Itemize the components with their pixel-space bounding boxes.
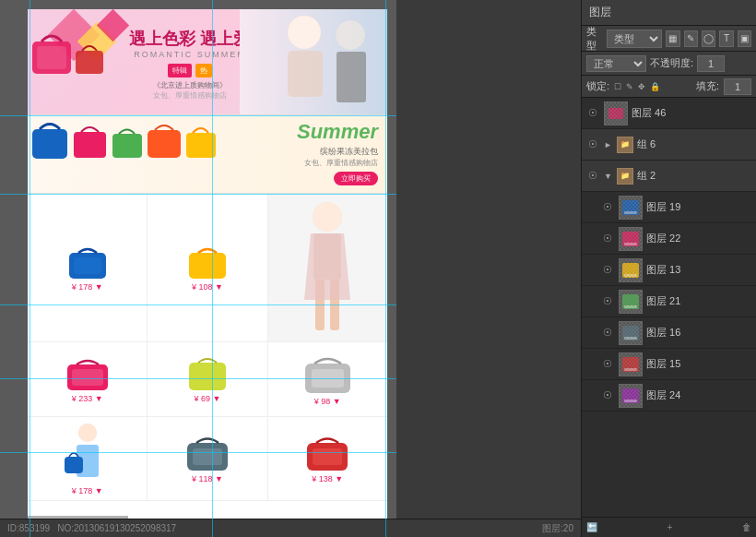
product-cell-4[interactable]: ¥ 69 ▼	[148, 342, 267, 416]
layer-item-21[interactable]: ☉ 图层 21	[582, 286, 756, 317]
filter-icon1[interactable]: ▦	[666, 30, 679, 47]
canvas-area: 遇上色彩 遇上爱 ROMANTIC SUMMER 特辑 热 《北京进上质购物间》…	[0, 0, 396, 537]
layer-name-21: 图层 21	[646, 294, 752, 308]
layer-thumb-46	[604, 101, 628, 125]
layer-item-15[interactable]: ☉ 图层 15	[582, 349, 756, 380]
visibility-icon-16[interactable]: ☉	[600, 326, 615, 340]
svg-point-8	[336, 20, 365, 50]
layer-thumb-24	[619, 384, 643, 408]
people-area	[240, 9, 387, 115]
fill-input[interactable]	[724, 78, 751, 95]
layer-item-group6[interactable]: ☉ ► 📁 组 6	[582, 129, 756, 161]
product-cell-8[interactable]: ¥ 138 ▼	[268, 417, 387, 500]
grid-row-1: ¥ 178 ▼ ¥ 108 ▼	[28, 194, 387, 342]
lock-icon-pen[interactable]: ✎	[626, 82, 633, 91]
layer-name-group2: 组 2	[637, 169, 752, 183]
filter-icon4[interactable]: T	[719, 30, 733, 47]
visibility-icon-22[interactable]: ☉	[600, 232, 615, 246]
lock-label: 锁定:	[586, 79, 609, 93]
product-bag-5	[302, 352, 353, 397]
svg-rect-25	[189, 363, 226, 390]
delete-layer-btn[interactable]: 🗑	[742, 522, 751, 532]
layer-count-label: 🔙	[586, 522, 597, 532]
product-cell-7[interactable]: ¥ 118 ▼	[148, 417, 267, 500]
banner1-title: 遇上色彩 遇上爱 ROMANTIC SUMMER 特辑 热 《北京进上质购物间》…	[129, 28, 250, 101]
filter-icon3[interactable]: ◯	[702, 30, 715, 47]
layer-name-46: 图层 46	[632, 106, 752, 120]
layer-item-group2[interactable]: ☉ ▼ 📁 组 2	[582, 161, 756, 192]
svg-point-29	[78, 424, 97, 442]
layer-thumb-21	[619, 290, 643, 314]
layer-name-group6: 组 6	[637, 137, 752, 151]
group-thumb-6: 📁	[617, 137, 633, 153]
visibility-icon-19[interactable]: ☉	[600, 200, 615, 215]
layer-thumb-15	[619, 352, 643, 376]
product-cell-6[interactable]: ¥ 178 ▼	[28, 417, 148, 500]
store-sub: 女包、厚重情感购物店	[129, 90, 250, 101]
group-arrow-6[interactable]: ►	[604, 140, 612, 149]
layer-item-46[interactable]: ☉ 图层 46	[582, 98, 756, 129]
new-layer-btn[interactable]: +	[667, 522, 673, 532]
blend-mode-select[interactable]: 正常	[586, 55, 646, 72]
product-bag-7	[183, 434, 231, 474]
product-bag-3	[65, 355, 111, 394]
svg-rect-31	[65, 457, 83, 473]
visibility-icon-group6[interactable]: ☉	[585, 137, 600, 152]
svg-point-5	[288, 16, 321, 49]
product-cell-3[interactable]: ¥ 233 ▼	[28, 342, 148, 416]
guide-line-h1	[0, 115, 396, 116]
visibility-icon-46[interactable]: ☉	[585, 106, 600, 121]
layer-item-13[interactable]: ☉ 图层 13	[582, 255, 756, 286]
layer-item-22[interactable]: ☉ 图层 22	[582, 223, 756, 255]
svg-rect-10	[74, 132, 106, 158]
price-2: ¥ 108 ▼	[192, 282, 223, 292]
svg-rect-33	[193, 448, 222, 465]
product-cell-2[interactable]: ¥ 108 ▼	[148, 194, 267, 341]
filter-icon2[interactable]: ✎	[684, 30, 698, 47]
guide-line-v3	[385, 0, 386, 537]
layer-name-13: 图层 13	[646, 263, 752, 277]
grid-row-2: ¥ 233 ▼ ¥ 69 ▼ ¥ 98 ▼	[28, 342, 387, 417]
layer-name-22: 图层 22	[646, 232, 752, 245]
guide-line-h4	[0, 378, 396, 379]
product-cell-5[interactable]: ¥ 98 ▼	[268, 342, 387, 416]
visibility-icon-group2[interactable]: ☉	[585, 169, 600, 184]
group-arrow-2[interactable]: ▼	[604, 172, 612, 181]
opacity-input[interactable]	[697, 55, 725, 72]
lock-icon-check[interactable]: ☐	[614, 82, 621, 91]
price-7: ¥ 118 ▼	[192, 474, 223, 483]
lock-icon-move[interactable]: ✥	[638, 82, 645, 91]
product-cell-1[interactable]: ¥ 178 ▼	[28, 194, 148, 341]
product-grid: ¥ 178 ▼ ¥ 108 ▼	[28, 194, 387, 501]
guide-line-h2	[0, 194, 396, 195]
svg-rect-16	[189, 253, 226, 279]
visibility-icon-21[interactable]: ☉	[600, 294, 615, 309]
price-1: ¥ 178 ▼	[72, 282, 103, 292]
layers-list[interactable]: ☉ 图层 46 ☉ ► 📁 组 6 ☉ ▼ 📁 组 2 ☉	[582, 98, 756, 517]
layer-name-19: 图层 19	[646, 200, 752, 214]
status-bar: ID:853199 NO:20130619130252098317 图层:20	[0, 519, 581, 537]
layer-item-16[interactable]: ☉ 图层 16	[582, 317, 756, 349]
svg-rect-24	[72, 369, 103, 386]
filter-icon5[interactable]: ▣	[738, 30, 751, 47]
search-type-label: 类型	[586, 25, 603, 53]
lock-icon-lock[interactable]: 🔒	[650, 82, 660, 91]
price-4: ¥ 69 ▼	[195, 394, 221, 403]
banner1: 遇上色彩 遇上爱 ROMANTIC SUMMER 特辑 热 《北京进上质购物间》…	[28, 9, 387, 115]
label-hot: 热	[195, 64, 212, 78]
visibility-icon-24[interactable]: ☉	[600, 388, 615, 403]
product-bag-2	[184, 244, 230, 282]
layer-item-24[interactable]: ☉ 图层 24	[582, 380, 756, 412]
layer-item-19[interactable]: ☉ 图层 19	[582, 192, 756, 223]
product-bag-4	[184, 355, 230, 394]
people-svg	[240, 9, 387, 115]
banner2-btn[interactable]: 立即购买	[334, 172, 378, 185]
layer-type-select[interactable]: 类型	[607, 30, 662, 48]
panel-bottom-bar: 🔙 + 🗑	[582, 517, 756, 537]
visibility-icon-15[interactable]: ☉	[600, 357, 615, 372]
layer-name-24: 图层 24	[646, 388, 752, 402]
store-label: 《北京进上质购物间》	[129, 80, 250, 90]
banner2-text: Summer 缤纷果冻美拉包 女包、厚重情感购物店 立即购买	[297, 120, 378, 185]
status-zoom: 图层:20	[542, 522, 573, 535]
visibility-icon-13[interactable]: ☉	[600, 263, 615, 278]
